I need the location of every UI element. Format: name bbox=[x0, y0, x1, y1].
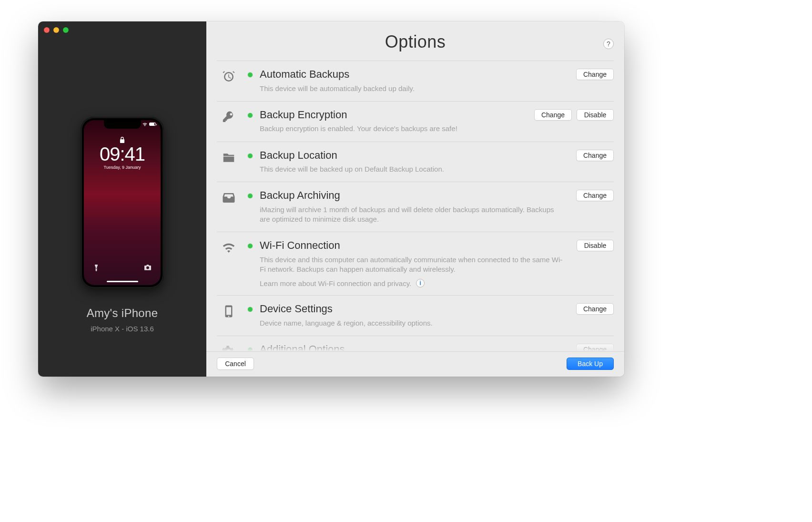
status-indicator bbox=[244, 239, 256, 248]
option-desc: This device will be backed up on Default… bbox=[260, 164, 565, 174]
option-title: Device Settings bbox=[260, 302, 572, 316]
change-button[interactable]: Change bbox=[576, 303, 614, 315]
device-subtitle: iPhone X - iOS 13.6 bbox=[91, 325, 154, 333]
disable-button[interactable]: Disable bbox=[577, 240, 614, 251]
gear-icon bbox=[217, 343, 241, 351]
option-device-settings: Device Settings Device name, language & … bbox=[217, 295, 614, 336]
status-indicator bbox=[244, 149, 256, 158]
lockscreen-info: 09:41 Tuesday, 9 January bbox=[84, 137, 161, 170]
alarm-clock-icon bbox=[217, 68, 241, 84]
option-title: Backup Archiving bbox=[260, 189, 572, 202]
option-wifi-connection: Wi-Fi Connection This device and this co… bbox=[217, 232, 614, 295]
device-sidebar: 09:41 Tuesday, 9 January Amy's iPhone iP… bbox=[38, 21, 206, 377]
panel-header: Options ? bbox=[206, 21, 624, 61]
device-preview: 09:41 Tuesday, 9 January bbox=[81, 117, 164, 288]
backup-button[interactable]: Back Up bbox=[567, 358, 614, 370]
options-list: Automatic Backups This device will be au… bbox=[206, 61, 624, 351]
option-backup-location: Backup Location This device will be back… bbox=[217, 142, 614, 182]
flashlight-icon bbox=[93, 265, 99, 273]
option-title: Backup Location bbox=[260, 149, 572, 162]
option-extra: Learn more about Wi-Fi connection and pr… bbox=[260, 279, 573, 287]
option-desc: iMazing will archive 1 month of backups … bbox=[260, 205, 565, 225]
change-button[interactable]: Change bbox=[576, 69, 614, 80]
learn-more-link[interactable]: Learn more about Wi-Fi connection and pr… bbox=[260, 279, 411, 287]
option-title: Additional Options bbox=[260, 343, 572, 351]
option-title: Backup Encryption bbox=[260, 108, 530, 122]
window-controls bbox=[44, 27, 69, 33]
change-button[interactable]: Change bbox=[576, 344, 614, 351]
panel-footer: Cancel Back Up bbox=[206, 351, 624, 377]
app-window: 09:41 Tuesday, 9 January Amy's iPhone iP… bbox=[38, 21, 624, 377]
folder-icon bbox=[217, 149, 241, 165]
cancel-button[interactable]: Cancel bbox=[217, 358, 254, 370]
info-icon[interactable]: i bbox=[416, 279, 425, 287]
help-button[interactable]: ? bbox=[603, 39, 614, 49]
change-button[interactable]: Change bbox=[576, 150, 614, 161]
status-indicator bbox=[244, 108, 256, 118]
zoom-window-button[interactable] bbox=[63, 27, 69, 33]
device-name: Amy's iPhone bbox=[87, 307, 158, 320]
page-title: Options bbox=[206, 32, 624, 52]
option-desc: Device name, language & region, accessib… bbox=[260, 318, 565, 328]
option-title: Automatic Backups bbox=[260, 68, 572, 81]
status-indicator bbox=[244, 68, 256, 77]
option-desc: This device will be automatically backed… bbox=[260, 84, 565, 93]
option-automatic-backups: Automatic Backups This device will be au… bbox=[217, 61, 614, 101]
lockscreen-shortcuts bbox=[84, 265, 161, 273]
close-window-button[interactable] bbox=[44, 27, 50, 33]
option-backup-encryption: Backup Encryption Backup encryption is e… bbox=[217, 101, 614, 142]
archive-tray-icon bbox=[217, 189, 241, 205]
disable-button[interactable]: Disable bbox=[577, 109, 614, 121]
change-button[interactable]: Change bbox=[576, 190, 614, 201]
lockscreen-time: 09:41 bbox=[84, 144, 161, 164]
option-backup-archiving: Backup Archiving iMazing will archive 1 … bbox=[217, 182, 614, 232]
home-indicator bbox=[107, 281, 138, 282]
key-icon bbox=[217, 108, 241, 124]
option-title: Wi-Fi Connection bbox=[260, 239, 573, 252]
change-button[interactable]: Change bbox=[534, 109, 572, 121]
wifi-icon bbox=[142, 123, 147, 126]
status-indicator bbox=[244, 189, 256, 198]
device-lockscreen: 09:41 Tuesday, 9 January bbox=[84, 120, 161, 285]
options-panel: Options ? Automatic Backups This device … bbox=[206, 21, 624, 377]
device-notch bbox=[104, 120, 141, 129]
option-additional-options: Additional Options Change bbox=[217, 336, 614, 351]
battery-icon bbox=[149, 123, 156, 126]
lockscreen-date: Tuesday, 9 January bbox=[84, 165, 161, 170]
status-indicator bbox=[244, 343, 256, 351]
option-desc: This device and this computer can automa… bbox=[260, 255, 565, 275]
camera-icon bbox=[144, 265, 151, 273]
option-desc: Backup encryption is enabled. Your devic… bbox=[260, 124, 530, 133]
status-indicator bbox=[244, 302, 256, 312]
phone-icon bbox=[217, 302, 241, 318]
wifi-icon bbox=[217, 239, 241, 255]
minimize-window-button[interactable] bbox=[53, 27, 59, 33]
